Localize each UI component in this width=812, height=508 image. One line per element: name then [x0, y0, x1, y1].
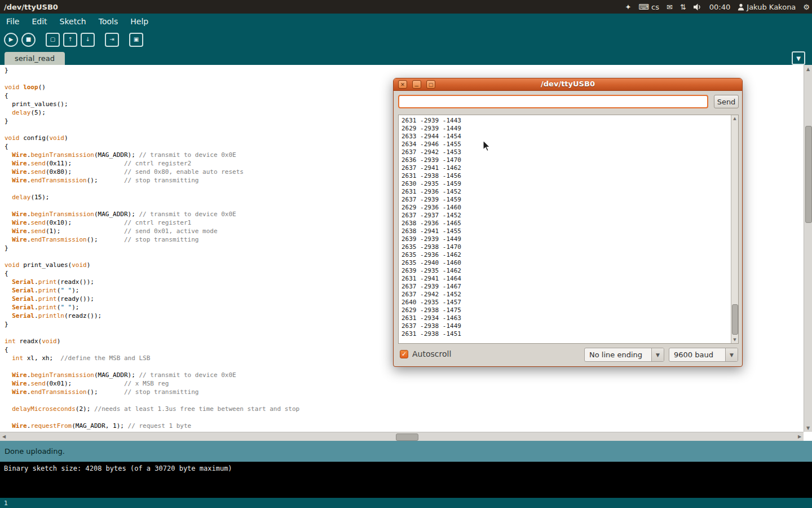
- menu-edit[interactable]: Edit: [25, 17, 53, 26]
- console-text: Binary sketch size: 4208 bytes (of a 307…: [4, 465, 232, 472]
- footer-bar: 1: [0, 498, 812, 508]
- menu-help[interactable]: Help: [124, 17, 155, 26]
- stop-button[interactable]: ■: [21, 33, 36, 47]
- serial-output-line: 2636 -2939 -1470: [401, 156, 735, 164]
- scroll-right-arrow-icon[interactable]: ▶: [796, 432, 804, 441]
- serial-output-line: 2638 -2936 -1465: [401, 220, 735, 227]
- editor-horizontal-scrollbar[interactable]: ◀ ▶: [0, 432, 804, 441]
- line-ending-value: No line ending: [589, 351, 642, 359]
- verify-button[interactable]: ▶: [4, 33, 18, 47]
- panel-indicators: ✦ ⌨ cs ✉ ⇅ 00:40 Jakub Kakona ⚙: [625, 0, 810, 14]
- scroll-down-arrow-icon[interactable]: ▼: [804, 424, 812, 432]
- serial-output-line: 2630 -2935 -1459: [401, 180, 735, 188]
- toolbar: ▶ ■ ▢ ↑ ↓ ⇥ ▣: [0, 29, 812, 50]
- build-console: Binary sketch size: 4208 bytes (of a 307…: [0, 462, 812, 498]
- chevron-down-icon[interactable]: ▼: [651, 348, 664, 361]
- serial-output-line: 2637 -2937 -1452: [401, 212, 735, 220]
- user-indicator[interactable]: Jakub Kakona: [738, 3, 796, 11]
- serial-scroll-thumb[interactable]: [732, 304, 738, 335]
- indicator-star-icon[interactable]: ✦: [625, 3, 631, 11]
- upload-button[interactable]: ⇥: [105, 33, 119, 47]
- serial-output-line: 2629 -2936 -1460: [401, 204, 735, 212]
- serial-output-line: 2629 -2938 -1475: [401, 306, 735, 314]
- scroll-left-arrow-icon[interactable]: ◀: [0, 432, 8, 441]
- serial-output-line: 2631 -2938 -1456: [401, 172, 735, 180]
- serial-scroll-up-arrow-icon[interactable]: ▲: [731, 115, 738, 122]
- network-indicator-icon[interactable]: ⇅: [680, 3, 686, 11]
- keyboard-layout-label: cs: [651, 3, 659, 11]
- user-name-label: Jakub Kakona: [747, 3, 796, 11]
- editor-hscroll-thumb[interactable]: [396, 433, 418, 441]
- serial-output-line: 2639 -2939 -1449: [401, 235, 735, 243]
- code-line: Wire.endTransmission(); // stop transmit…: [5, 388, 804, 396]
- keyboard-layout-indicator[interactable]: ⌨ cs: [638, 3, 659, 11]
- serial-input-field[interactable]: [398, 95, 708, 108]
- chevron-down-icon[interactable]: ▼: [725, 348, 738, 361]
- tabbar: serial_read ▼: [0, 50, 812, 65]
- serial-output: 2631 -2939 -14432629 -2939 -14492633 -29…: [399, 115, 738, 340]
- serial-monitor-controls: ✓ Autoscroll No line ending ▼ 9600 baud …: [394, 347, 742, 364]
- menubar: File Edit Sketch Tools Help: [0, 14, 812, 29]
- line-ending-select[interactable]: No line ending ▼: [584, 348, 664, 362]
- status-bar: Done uploading.: [0, 441, 812, 462]
- session-gear-icon[interactable]: ⚙: [803, 3, 810, 11]
- menu-tools[interactable]: Tools: [92, 17, 125, 26]
- serial-monitor-window: ✕ ＿ ▢ /dev/ttyUSB0 Send 2631 -2939 -1443…: [393, 78, 743, 367]
- user-icon: [738, 3, 744, 11]
- new-sketch-button[interactable]: ▢: [46, 33, 60, 47]
- code-line: }: [5, 66, 804, 75]
- code-line: Wire.requestFrom(MAG_ADDR, 1); // reques…: [5, 422, 804, 430]
- serial-output-line: 2637 -2942 -1452: [401, 291, 735, 299]
- send-button[interactable]: Send: [714, 95, 739, 108]
- clock-indicator[interactable]: 00:40: [709, 3, 730, 11]
- serial-output-area[interactable]: 2631 -2939 -14432629 -2939 -14492633 -29…: [398, 115, 739, 344]
- top-panel: /dev/ttyUSB0 ✦ ⌨ cs ✉ ⇅ 00:40 Jakub Kako…: [0, 0, 812, 14]
- tab-menu-button[interactable]: ▼: [792, 51, 805, 65]
- serial-output-line: 2631 -2941 -1464: [401, 275, 735, 283]
- serial-output-line: 2635 -2940 -1460: [401, 259, 735, 267]
- tab-serial-read[interactable]: serial_read: [5, 52, 65, 65]
- menu-file[interactable]: File: [0, 17, 25, 26]
- serial-monitor-button[interactable]: ▣: [129, 33, 143, 47]
- baud-rate-select[interactable]: 9600 baud ▼: [669, 348, 738, 362]
- volume-indicator-icon[interactable]: [694, 3, 702, 11]
- serial-monitor-titlebar[interactable]: ✕ ＿ ▢ /dev/ttyUSB0: [394, 78, 742, 91]
- code-line: Wire.send(0x01); // x MSB reg: [5, 379, 804, 388]
- serial-output-scrollbar[interactable]: ▲ ▼: [731, 115, 738, 343]
- panel-window-title: /dev/ttyUSB0: [0, 3, 58, 11]
- serial-output-line: 2631 -2938 -1451: [401, 330, 735, 338]
- status-message: Done uploading.: [5, 447, 65, 456]
- serial-output-line: 2637 -2939 -1467: [401, 283, 735, 291]
- code-line: delayMicroseconds(2); //needs at least 1…: [5, 405, 804, 413]
- save-sketch-button[interactable]: ↓: [81, 33, 95, 47]
- serial-output-line: 2637 -2938 -1449: [401, 322, 735, 330]
- serial-output-line: 2629 -2939 -1449: [401, 125, 735, 133]
- mail-indicator-icon[interactable]: ✉: [667, 3, 673, 11]
- editor-vscroll-thumb[interactable]: [805, 126, 812, 223]
- autoscroll-label: Autoscroll: [412, 349, 451, 358]
- baud-rate-value: 9600 baud: [674, 351, 713, 359]
- editor-vertical-scrollbar[interactable]: ▲ ▼: [804, 65, 812, 432]
- code-line: [5, 396, 804, 405]
- code-line: [5, 413, 804, 422]
- serial-output-line: 2639 -2935 -1462: [401, 267, 735, 275]
- open-sketch-button[interactable]: ↑: [63, 33, 77, 47]
- code-line: Wire.beginTransmission(MAG_ADDR); // tra…: [5, 371, 804, 379]
- serial-output-line: 2633 -2944 -1454: [401, 133, 735, 141]
- serial-output-line: 2634 -2946 -1455: [401, 141, 735, 148]
- serial-output-line: 2638 -2941 -1455: [401, 227, 735, 235]
- serial-output-line: 2637 -2939 -1459: [401, 196, 735, 204]
- autoscroll-checkbox[interactable]: ✓: [400, 350, 408, 358]
- serial-scroll-down-arrow-icon[interactable]: ▼: [731, 336, 738, 343]
- serial-output-line: 2635 -2938 -1470: [401, 243, 735, 251]
- serial-output-line: 2631 -2939 -1443: [401, 117, 735, 125]
- serial-output-line: 2631 -2934 -1463: [401, 314, 735, 322]
- line-number-indicator: 1: [4, 500, 8, 507]
- serial-output-line: 2637 -2942 -1453: [401, 148, 735, 156]
- serial-output-line: 2635 -2936 -1462: [401, 251, 735, 259]
- serial-monitor-title: /dev/ttyUSB0: [394, 80, 742, 88]
- serial-output-line: 2631 -2936 -1452: [401, 188, 735, 196]
- menu-sketch[interactable]: Sketch: [54, 17, 92, 26]
- scroll-up-arrow-icon[interactable]: ▲: [804, 65, 812, 73]
- keyboard-icon: ⌨: [638, 3, 649, 11]
